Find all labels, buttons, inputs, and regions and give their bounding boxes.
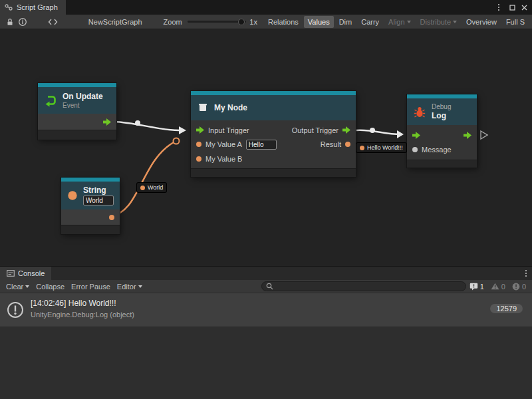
console-search[interactable]: [261, 281, 466, 291]
distribute-dropdown[interactable]: Distribute: [416, 16, 461, 28]
zoom-slider-track[interactable]: [188, 21, 247, 23]
window-maximize-button[interactable]: [507, 0, 517, 15]
wire-value-label-hello-world: Hello World!!!: [356, 143, 406, 152]
wire-endpoint-circle: [174, 138, 180, 144]
node-header[interactable]: String: [61, 182, 120, 209]
values-button[interactable]: Values: [304, 16, 334, 28]
info-filter-toggle[interactable]: 1: [466, 283, 487, 291]
port-label: Message: [422, 146, 452, 154]
port-label: My Value B: [205, 155, 242, 163]
editor-dropdown[interactable]: Editor: [114, 281, 146, 292]
value-dot-icon: [140, 186, 145, 190]
error-count: 0: [522, 283, 526, 291]
bug-icon: [413, 105, 426, 118]
tab-script-graph[interactable]: Script Graph: [0, 0, 66, 15]
info-log-icon: [469, 283, 478, 291]
wire-control-mynode-debug: [356, 130, 400, 134]
close-icon: [521, 5, 527, 11]
node-my-node[interactable]: My Node Input Trigger Output Trigger: [191, 91, 356, 177]
wire-value-label-world: World: [137, 183, 166, 192]
console-detail-pane: [0, 327, 532, 399]
titlebar: Script Graph: [0, 0, 532, 15]
warning-filter-toggle[interactable]: 0: [487, 283, 509, 291]
dim-button[interactable]: Dim: [335, 16, 356, 28]
wire-control-onupdate-mynode: [114, 122, 180, 130]
flow-arrow-icon: [464, 132, 471, 139]
flow-arrow-icon: [412, 132, 420, 139]
node-on-update[interactable]: On Update Event: [38, 83, 116, 140]
node-body: Input Trigger Output Trigger My Value A …: [191, 120, 356, 168]
script-graph-tab-icon: [5, 3, 13, 11]
value-port-icon: [109, 215, 114, 220]
chevron-down-icon: [138, 285, 142, 290]
console-tab-label: Console: [18, 269, 45, 277]
string-value-field[interactable]: [83, 196, 114, 205]
node-footer: [38, 130, 116, 140]
node-header[interactable]: My Node: [191, 95, 356, 120]
info-icon: [18, 17, 27, 27]
port-row: [407, 128, 477, 142]
port-trigger-out[interactable]: [464, 132, 471, 139]
value-a-field[interactable]: [246, 140, 277, 150]
node-debug-log[interactable]: Debug Log Message: [407, 94, 477, 168]
wire-value-string-mynode: [110, 142, 175, 216]
value-port-icon: [196, 142, 201, 147]
port-trigger-out[interactable]: [38, 114, 116, 130]
port-my-value-a[interactable]: My Value A: [196, 140, 277, 150]
graph-name: NewScriptGraph: [88, 18, 142, 26]
port-message[interactable]: Message: [412, 146, 452, 154]
lock-button[interactable]: [3, 15, 16, 29]
console-tabbar: Console: [0, 266, 532, 280]
zoom-value: 1x: [249, 18, 257, 26]
graph-canvas[interactable]: On Update Event My Node: [0, 29, 532, 266]
error-filter-toggle[interactable]: 0: [509, 283, 529, 291]
overview-button[interactable]: Overview: [462, 16, 501, 28]
port-label: Input Trigger: [208, 126, 249, 134]
zoom-slider[interactable]: [188, 17, 247, 27]
window-close-button[interactable]: [519, 0, 529, 15]
node-kind: Debug: [432, 103, 451, 110]
node-title: On Update: [63, 92, 103, 101]
log-entry[interactable]: [14:02:46] Hello World!!! UnityEngine.De…: [0, 293, 532, 327]
console-search-input[interactable]: [276, 282, 462, 291]
carry-button[interactable]: Carry: [357, 16, 383, 28]
lock-icon: [5, 17, 15, 27]
error-pause-toggle[interactable]: Error Pause: [68, 281, 114, 292]
node-footer: [407, 160, 477, 168]
node-header[interactable]: Debug Log: [407, 98, 477, 125]
log-stacktrace: UnityEngine.Debug:Log (object): [31, 311, 134, 319]
node-title: String: [83, 186, 114, 195]
wire-dot: [370, 128, 375, 133]
port-string-out[interactable]: [61, 209, 120, 225]
port-result[interactable]: Result: [321, 140, 350, 148]
port-my-value-b[interactable]: My Value B: [196, 155, 242, 163]
console-panel: Console Clear Collapse Error Pause Edito…: [0, 266, 532, 399]
relations-button[interactable]: Relations: [264, 16, 303, 28]
port-output-trigger[interactable]: Output Trigger: [292, 126, 350, 134]
update-loop-icon: [44, 94, 57, 107]
wire-value-text: World: [148, 184, 163, 191]
fullscreen-button[interactable]: Full S: [502, 16, 529, 28]
node-subtitle: Event: [63, 102, 103, 109]
value-port-icon: [196, 156, 201, 162]
wire-dot: [135, 120, 140, 126]
window-menu-button[interactable]: [493, 0, 504, 15]
flow-arrow-icon: [103, 118, 111, 126]
port-input-trigger[interactable]: Input Trigger: [196, 126, 249, 134]
zoom-slider-handle[interactable]: [238, 19, 245, 25]
console-menu-button[interactable]: [525, 270, 527, 277]
warning-icon: [491, 283, 499, 290]
graph-toolbar-buttons: Relations Values Dim Carry Align Distrib…: [264, 16, 529, 28]
collapse-toggle[interactable]: Collapse: [33, 281, 68, 292]
node-string-literal[interactable]: String: [61, 178, 120, 234]
clear-button[interactable]: Clear: [3, 281, 33, 292]
tab-console[interactable]: Console: [0, 267, 51, 280]
node-header[interactable]: On Update Event: [38, 87, 116, 114]
tab-title: Script Graph: [17, 3, 58, 11]
port-trigger-in[interactable]: [412, 132, 420, 139]
unit-box-icon: [197, 102, 209, 114]
align-dropdown[interactable]: Align: [384, 16, 414, 28]
console-toolbar: Clear Collapse Error Pause Editor: [0, 280, 532, 293]
edit-source-button[interactable]: [47, 15, 59, 29]
info-button[interactable]: [16, 15, 29, 29]
